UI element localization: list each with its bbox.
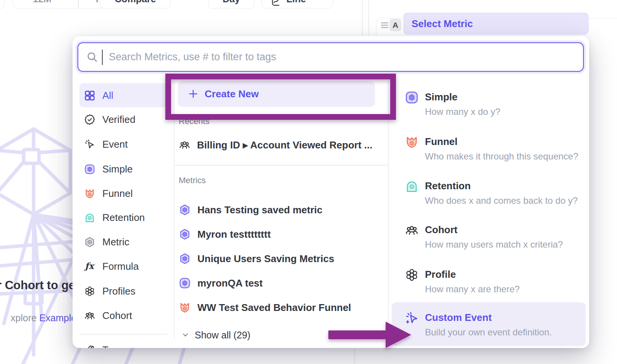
type-title: Cohort (425, 224, 457, 236)
recent-item-row[interactable]: Billing ID ▸ Account Viewed Report ... (179, 139, 372, 151)
search-input[interactable] (78, 42, 584, 72)
retention-icon (405, 179, 419, 193)
cohort-people-icon (179, 139, 191, 151)
line-chart-type-button[interactable]: Line (262, 0, 333, 8)
metric-hexagon-icon (84, 236, 95, 248)
explore-prefix: xplore (11, 312, 39, 323)
profiles-flower-icon (84, 285, 95, 297)
sidebar-item-label: Cohort (102, 310, 132, 322)
sidebar-item-label: Simple (102, 163, 132, 175)
type-title: Profile (425, 269, 456, 280)
show-all-label: Show all (29) (195, 330, 250, 341)
metric-list-item[interactable]: WW Test Saved Behavior Funnel (179, 301, 351, 314)
sidebar-item-label: Event (102, 139, 128, 150)
sidebar-item-label: Funnel (102, 188, 133, 200)
type-subtitle: Build your own event definition. (425, 327, 552, 338)
type-subtitle: How many users match x criteria? (425, 239, 563, 250)
type-title: Custom Event (425, 312, 492, 324)
funnel-icon (179, 301, 191, 314)
sidebar-item-label: Profiles (102, 285, 136, 297)
metric-item-label: Myron testttttttt (197, 229, 271, 240)
screen: 12M YTD Compare Day Line A Select Metric… (0, 0, 617, 364)
chevron-down-icon (181, 331, 189, 339)
drag-handle-icon[interactable] (381, 21, 389, 29)
custom-event-highlight (392, 302, 586, 346)
metric-item-label: WW Test Saved Behavior Funnel (197, 302, 351, 314)
select-metric-dropdown[interactable]: Select Metric (403, 13, 589, 35)
recent-item-label: Billing ID ▸ Account Viewed Report ... (197, 139, 372, 151)
cohort-people-icon (84, 310, 95, 321)
metric-list-item[interactable]: myronQA test (179, 277, 263, 289)
formula-fx-icon: ƒx (84, 261, 95, 272)
day-granularity-button[interactable]: Day (208, 0, 255, 8)
text-caret (102, 50, 103, 65)
type-subtitle: Who does x and comes back to do y? (425, 195, 578, 206)
metric-list-item[interactable]: Myron testttttttt (179, 228, 271, 240)
line-chart-icon (270, 0, 281, 8)
type-subtitle: How many x do y? (425, 106, 500, 117)
verified-seal-icon (84, 114, 95, 125)
metric-list-item[interactable]: Hans Testing saved metric (179, 204, 323, 216)
compare-button[interactable]: Compare (100, 0, 171, 8)
metric-list-item[interactable]: Unique Users Saving Metrics (179, 253, 334, 265)
line-label: Line (286, 0, 306, 8)
metric-item-label: myronQA test (197, 277, 263, 289)
svg-text:ƒx: ƒx (84, 261, 95, 271)
panel-edge-line (362, 0, 363, 35)
funnel-icon (84, 188, 95, 199)
profiles-flower-icon (405, 268, 419, 282)
simple-metric-icon (179, 277, 191, 289)
sidebar-item-verified[interactable]: Verified (84, 114, 136, 126)
sidebar-bottom-divider (79, 334, 167, 335)
type-subtitle: Who makes it through this sequence? (425, 151, 578, 162)
empty-state-headline: r Cohort to ge (0, 279, 75, 292)
sidebar-item-metric[interactable]: Metric (84, 236, 129, 248)
type-subtitle: How many x are there? (425, 284, 520, 295)
sidebar-item-label: Verified (102, 114, 136, 126)
funnel-icon (405, 135, 419, 149)
sidebar-item-label: Formula (102, 261, 139, 272)
sidebar-item-event[interactable]: Event (84, 139, 128, 150)
sidebar-item-simple[interactable]: Simple (84, 163, 132, 175)
grid-icon (84, 90, 95, 101)
sidebar-item-tags[interactable]: Tags (84, 344, 123, 348)
type-title: Retention (425, 180, 471, 192)
panel-edge-line-2 (368, 0, 369, 35)
metric-item-label: Hans Testing saved metric (197, 204, 323, 216)
tag-icon (84, 344, 95, 348)
compare-label: Compare (115, 0, 156, 8)
cohort-people-icon (405, 223, 419, 237)
sidebar-item-profiles[interactable]: Profiles (84, 285, 136, 297)
sidebar-item-label: Metric (102, 236, 129, 248)
sidebar-item-cohort[interactable]: Cohort (84, 310, 132, 322)
sidebar-item-label: Retention (102, 212, 145, 224)
event-cursor-icon (84, 139, 95, 150)
sidebar-item-formula[interactable]: ƒx Formula (84, 261, 139, 272)
toolbar-fragment-button[interactable] (0, 0, 5, 8)
segment-divider (78, 0, 79, 8)
type-title: Simple (425, 91, 457, 103)
metric-item-label: Unique Users Saving Metrics (197, 253, 334, 265)
day-label: Day (223, 0, 240, 8)
range-12m-segment[interactable]: 12M (33, 0, 52, 8)
simple-metric-icon (84, 163, 95, 175)
saved-metric-hexagon-icon (179, 228, 191, 240)
sidebar-item-retention[interactable]: Retention (84, 212, 145, 224)
annotation-arrow (323, 318, 414, 356)
sidebar-item-all[interactable]: All (84, 90, 113, 101)
sidebar-item-label: Tags (102, 344, 123, 348)
clause-a-badge: A (389, 19, 401, 31)
recents-divider (174, 165, 388, 166)
simple-metric-icon (405, 90, 419, 105)
metrics-heading: Metrics (179, 176, 206, 185)
show-all-toggle[interactable]: Show all (29) (181, 330, 250, 341)
annotation-rectangle (165, 74, 396, 120)
saved-metric-hexagon-icon (179, 204, 191, 216)
sidebar-item-label: All (102, 90, 113, 101)
type-title: Funnel (425, 136, 457, 148)
sidebar-item-funnel[interactable]: Funnel (84, 188, 133, 200)
saved-metric-hexagon-icon (179, 253, 191, 265)
search-icon (86, 51, 99, 63)
retention-icon (84, 212, 95, 223)
